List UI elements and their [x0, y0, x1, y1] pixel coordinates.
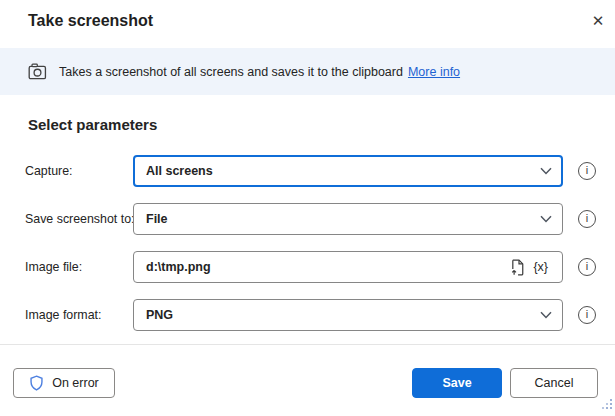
image-file-label: Image file: [25, 251, 82, 283]
section-heading: Select parameters [28, 116, 157, 133]
form-row-image-format: Image format: PNG i [0, 299, 615, 331]
form-row-save-to: Save screenshot to: File i [0, 203, 615, 235]
chevron-down-icon [540, 167, 552, 175]
capture-dropdown[interactable]: All screens [133, 155, 563, 187]
capture-value: All screens [146, 164, 532, 178]
more-info-link[interactable]: More info [408, 65, 460, 79]
info-icon[interactable]: i [578, 162, 596, 180]
info-icon[interactable]: i [578, 306, 596, 324]
form-row-capture: Capture: All screens i [0, 155, 615, 187]
save-to-dropdown[interactable]: File [133, 203, 563, 235]
image-file-input[interactable]: d:\tmp.png {x} [133, 251, 563, 283]
shield-icon [29, 375, 44, 391]
on-error-button[interactable]: On error [13, 368, 115, 398]
description-banner: Takes a screenshot of all screens and sa… [0, 48, 615, 95]
cancel-button[interactable]: Cancel [510, 368, 598, 398]
banner-description: Takes a screenshot of all screens and sa… [59, 65, 403, 79]
save-to-value: File [146, 212, 532, 226]
form-row-image-file: Image file: d:\tmp.png {x} i [0, 251, 615, 283]
file-picker-icon[interactable] [506, 253, 529, 281]
image-format-value: PNG [146, 308, 532, 322]
capture-label: Capture: [25, 155, 73, 187]
image-file-value: d:\tmp.png [146, 260, 506, 274]
camera-icon [28, 63, 47, 80]
image-format-label: Image format: [25, 299, 101, 331]
footer-divider [0, 344, 615, 345]
resize-grip[interactable] [602, 396, 613, 414]
save-button[interactable]: Save [412, 368, 502, 398]
info-icon[interactable]: i [578, 210, 596, 228]
variable-picker-icon[interactable]: {x} [529, 253, 552, 281]
on-error-label: On error [52, 376, 99, 390]
chevron-down-icon [540, 215, 552, 223]
chevron-down-icon [540, 311, 552, 319]
close-icon[interactable]: ✕ [586, 9, 610, 33]
save-to-label: Save screenshot to: [25, 203, 135, 235]
image-format-dropdown[interactable]: PNG [133, 299, 563, 331]
info-icon[interactable]: i [578, 258, 596, 276]
page-title: Take screenshot [28, 12, 153, 30]
take-screenshot-dialog: Take screenshot ✕ Takes a screenshot of … [0, 0, 615, 416]
